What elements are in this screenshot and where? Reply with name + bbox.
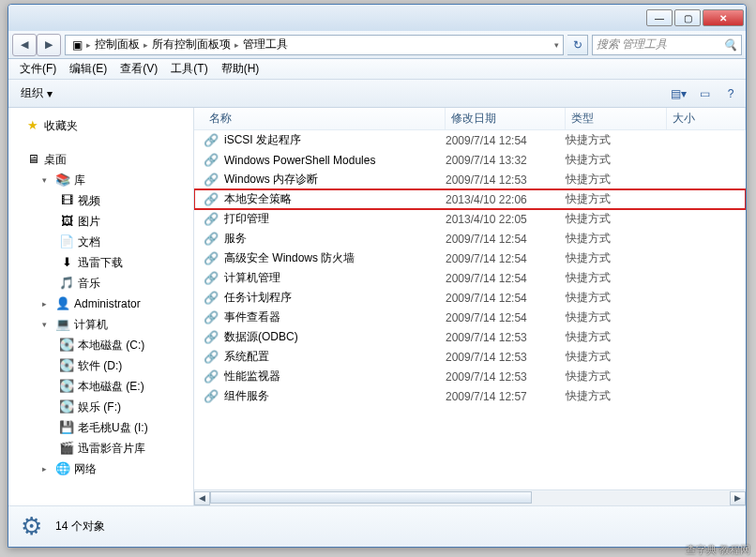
- menu-tools[interactable]: 工具(T): [165, 59, 213, 79]
- item-date: 2009/7/14 12:53: [446, 331, 566, 344]
- list-item[interactable]: 🔗 任务计划程序 2009/7/14 12:54 快捷方式: [194, 288, 746, 308]
- tree-expand-icon[interactable]: ▸: [42, 295, 52, 312]
- gear-icon: ⚙: [16, 512, 46, 542]
- forward-button[interactable]: ▶: [37, 34, 61, 56]
- nav-label: 本地磁盘 (C:): [78, 337, 144, 354]
- menu-file[interactable]: 文件(F): [14, 59, 62, 79]
- shortcut-icon: 🔗: [204, 173, 219, 188]
- list-item[interactable]: 🔗 系统配置 2009/7/14 12:53 快捷方式: [194, 347, 746, 367]
- tree-collapse-icon[interactable]: ▾: [42, 316, 52, 333]
- nav-drive-item[interactable]: 💽 本地磁盘 (C:): [14, 335, 193, 355]
- organize-button[interactable]: 组织 ▾: [14, 83, 63, 104]
- list-item[interactable]: 🔗 组件服务 2009/7/14 12:57 快捷方式: [194, 386, 746, 406]
- scroll-left-button[interactable]: ◀: [194, 491, 210, 505]
- nav-desktop[interactable]: 🖥 桌面: [14, 149, 193, 170]
- minimize-button[interactable]: —: [646, 9, 673, 26]
- folder-icon: 🎞: [59, 193, 74, 208]
- list-item[interactable]: 🔗 数据源(ODBC) 2009/7/14 12:53 快捷方式: [194, 327, 746, 347]
- drive-icon: 💾: [59, 420, 74, 435]
- list-item[interactable]: 🔗 服务 2009/7/14 12:54 快捷方式: [194, 229, 746, 248]
- explorer-window: — ▢ ✕ ◀ ▶ ▣ ▸ 控制面板 ▸ 所有控制面板项 ▸ 管理工具 ▾ ↻ …: [8, 4, 747, 548]
- nav-pane[interactable]: ★ 收藏夹 🖥 桌面 ▾ 📚 库 🎞 视频 🖼 图片 �: [8, 108, 194, 505]
- nav-lib-item[interactable]: 🎵 音乐: [14, 273, 193, 294]
- shortcut-icon: 🔗: [204, 310, 219, 325]
- nav-drive-item[interactable]: 🎬 迅雷影音片库: [14, 438, 193, 459]
- search-icon[interactable]: 🔍: [722, 38, 737, 53]
- list-item[interactable]: 🔗 本地安全策略 2013/4/10 22:06 快捷方式: [194, 189, 746, 209]
- nav-lib-item[interactable]: 🖼 图片: [14, 211, 193, 232]
- item-type: 快捷方式: [566, 349, 667, 365]
- nav-favorites[interactable]: ★ 收藏夹: [14, 115, 193, 136]
- nav-label: 本地磁盘 (E:): [78, 378, 144, 395]
- maximize-button[interactable]: ▢: [674, 9, 701, 26]
- nav-drive-item[interactable]: 💽 本地磁盘 (E:): [14, 376, 193, 397]
- breadcrumb[interactable]: ▣ ▸ 控制面板 ▸ 所有控制面板项 ▸ 管理工具 ▾: [65, 35, 564, 55]
- crumb-all-items[interactable]: 所有控制面板项: [150, 37, 233, 53]
- file-list[interactable]: 🔗 iSCSI 发起程序 2009/7/14 12:54 快捷方式 🔗 Wind…: [194, 130, 746, 489]
- list-item[interactable]: 🔗 性能监视器 2009/7/14 12:53 快捷方式: [194, 367, 746, 386]
- nav-administrator[interactable]: ▸ 👤 Administrator: [14, 294, 193, 314]
- horizontal-scrollbar[interactable]: ◀ ▶: [194, 489, 746, 505]
- menu-view[interactable]: 查看(V): [114, 59, 163, 79]
- shortcut-icon: 🔗: [204, 389, 219, 404]
- nav-lib-item[interactable]: ⬇ 迅雷下载: [14, 252, 193, 273]
- col-size[interactable]: 大小: [667, 108, 746, 129]
- nav-label: 软件 (D:): [78, 357, 122, 374]
- nav-drive-item[interactable]: 💾 老毛桃U盘 (I:): [14, 417, 193, 438]
- menu-edit[interactable]: 编辑(E): [64, 59, 113, 79]
- scroll-track[interactable]: [210, 491, 730, 505]
- list-item[interactable]: 🔗 打印管理 2013/4/10 22:05 快捷方式: [194, 209, 746, 229]
- drive-icon: 💽: [59, 379, 74, 394]
- col-date[interactable]: 修改日期: [446, 108, 566, 129]
- nav-lib-item[interactable]: 📄 文档: [14, 232, 193, 252]
- list-item[interactable]: 🔗 事件查看器 2009/7/14 12:54 快捷方式: [194, 308, 746, 327]
- help-button[interactable]: ?: [721, 84, 740, 103]
- titlebar[interactable]: — ▢ ✕: [8, 5, 746, 31]
- chevron-right-icon[interactable]: ▸: [86, 40, 91, 50]
- folder-icon: 🖼: [59, 214, 74, 229]
- nav-libraries[interactable]: ▾ 📚 库: [14, 170, 193, 190]
- list-item[interactable]: 🔗 高级安全 Windows 防火墙 2009/7/14 12:54 快捷方式: [194, 248, 746, 268]
- list-item[interactable]: 🔗 iSCSI 发起程序 2009/7/14 12:54 快捷方式: [194, 130, 746, 150]
- nav-computer[interactable]: ▾ 💻 计算机: [14, 314, 193, 335]
- tree-collapse-icon[interactable]: ▾: [42, 172, 52, 188]
- tree-expand-icon[interactable]: ▸: [42, 460, 52, 477]
- list-item[interactable]: 🔗 Windows 内存诊断 2009/7/14 12:53 快捷方式: [194, 170, 746, 189]
- crumb-control-panel[interactable]: 控制面板: [93, 37, 142, 53]
- folder-icon: 🎵: [59, 276, 74, 291]
- nav-label: 网络: [74, 460, 97, 477]
- scroll-thumb[interactable]: [210, 491, 532, 504]
- item-name: Windows 内存诊断: [224, 172, 318, 188]
- nav-network[interactable]: ▸ 🌐 网络: [14, 459, 193, 479]
- nav-drive-item[interactable]: 💽 娱乐 (F:): [14, 397, 193, 417]
- chevron-down-icon[interactable]: ▾: [554, 40, 559, 50]
- item-date: 2009/7/14 12:53: [446, 370, 566, 384]
- back-button[interactable]: ◀: [12, 34, 37, 56]
- list-item[interactable]: 🔗 Windows PowerShell Modules 2009/7/14 1…: [194, 150, 746, 170]
- chevron-right-icon[interactable]: ▸: [234, 40, 239, 50]
- address-bar: ◀ ▶ ▣ ▸ 控制面板 ▸ 所有控制面板项 ▸ 管理工具 ▾ ↻ 搜索 管理工…: [8, 31, 746, 59]
- col-name[interactable]: 名称: [204, 108, 446, 129]
- nav-drive-item[interactable]: 💽 软件 (D:): [14, 355, 193, 376]
- list-item[interactable]: 🔗 计算机管理 2009/7/14 12:54 快捷方式: [194, 268, 746, 288]
- close-button[interactable]: ✕: [703, 9, 744, 26]
- chevron-right-icon[interactable]: ▸: [144, 40, 148, 50]
- search-placeholder: 搜索 管理工具: [597, 37, 667, 53]
- watermark: 查字典 教程网: [686, 543, 750, 557]
- views-button[interactable]: ▤▾: [669, 84, 688, 103]
- refresh-button[interactable]: ↻: [567, 35, 588, 55]
- preview-pane-button[interactable]: ▭: [695, 84, 714, 103]
- scroll-right-button[interactable]: ▶: [730, 491, 746, 505]
- nav-lib-item[interactable]: 🎞 视频: [14, 190, 193, 211]
- shortcut-icon: 🔗: [204, 232, 219, 247]
- search-input[interactable]: 搜索 管理工具 🔍: [592, 35, 742, 55]
- crumb-admin-tools[interactable]: 管理工具: [241, 37, 290, 53]
- menu-help[interactable]: 帮助(H): [216, 59, 265, 79]
- nav-label: 桌面: [44, 151, 67, 168]
- col-type[interactable]: 类型: [566, 108, 667, 129]
- item-type: 快捷方式: [566, 388, 667, 404]
- item-date: 2009/7/14 12:54: [446, 233, 566, 246]
- nav-label: 老毛桃U盘 (I:): [78, 419, 148, 436]
- shortcut-icon: 🔗: [204, 153, 219, 168]
- item-type: 快捷方式: [566, 211, 667, 227]
